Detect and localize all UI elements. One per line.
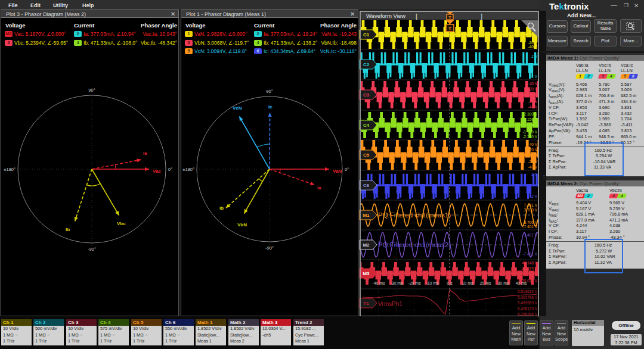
svg-text:20 V: 20 V <box>530 148 538 152</box>
svg-text:40 V: 40 V <box>530 142 538 147</box>
svg-text:2.300 V: 2.300 V <box>524 112 538 116</box>
svg-text:T: T <box>448 25 452 32</box>
svg-text:M2: M2 <box>363 242 370 248</box>
svg-text:-20.074 V: -20.074 V <box>521 279 538 283</box>
svg-text:2 V: 2 V <box>531 172 537 176</box>
svg-text:-1.150 V: -1.150 V <box>522 130 537 134</box>
svg-text:2 V: 2 V <box>531 54 537 58</box>
svg-text:20.074 V: 20.074 V <box>522 266 538 270</box>
svg-text:-7.401 V: -7.401 V <box>522 252 537 256</box>
svg-text:M3: M3 <box>363 271 370 276</box>
svg-text:3.700 V: 3.700 V <box>524 208 538 212</box>
svg-text:C6: C6 <box>363 183 370 188</box>
svg-text:C1: C1 <box>363 32 370 38</box>
svg-text:M1: M1 <box>363 213 370 218</box>
svg-text:-40 ms: -40 ms <box>372 281 385 285</box>
svg-text:T: T <box>448 15 451 20</box>
svg-text:]: ] <box>481 13 482 20</box>
svg-text:-2 V: -2 V <box>530 74 538 79</box>
svg-text:[: [ <box>416 13 417 20</box>
svg-text:C3: C3 <box>363 92 370 98</box>
svg-text:C5: C5 <box>363 152 370 158</box>
svg-text:-40 V: -40 V <box>528 45 537 49</box>
svg-text:-10 ms: -10 ms <box>426 281 439 285</box>
svg-text:5.401796 V: 5.401796 V <box>518 295 538 300</box>
svg-text:-2 V: -2 V <box>530 194 538 198</box>
svg-text:C4: C4 <box>363 123 370 128</box>
svg-text:5.296286 V: 5.296286 V <box>518 312 538 316</box>
svg-text:1.150 V: 1.150 V <box>524 117 538 121</box>
svg-text:-40 V: -40 V <box>528 165 537 169</box>
svg-text:-20 V: -20 V <box>528 160 537 164</box>
svg-text:7.401 V: 7.401 V <box>524 233 538 237</box>
svg-text:7.401 V: 7.401 V <box>524 203 538 207</box>
svg-text:Waveform View: Waveform View <box>366 13 405 19</box>
svg-text:5.513632 V: 5.513632 V <box>518 289 538 294</box>
svg-text:-20 V: -20 V <box>528 40 537 45</box>
svg-text:20 ms: 20 ms <box>479 281 491 285</box>
svg-text:-20 V: -20 V <box>528 99 537 104</box>
svg-text:5.428123 V: 5.428123 V <box>518 307 538 311</box>
svg-text:5.459959 V: 5.459959 V <box>518 301 538 305</box>
svg-text:40 V: 40 V <box>530 82 538 86</box>
svg-text:⋮: ⋮ <box>541 174 546 180</box>
svg-text:-7.401 V: -7.401 V <box>522 225 537 229</box>
svg-text:30 ms: 30 ms <box>497 281 509 285</box>
svg-text:-3.700 V: -3.700 V <box>522 220 537 225</box>
svg-text:10 ms: 10 ms <box>462 281 473 285</box>
svg-text:-20 ms: -20 ms <box>408 281 421 285</box>
svg-text:-2.300 V: -2.300 V <box>522 135 537 139</box>
svg-text:C2: C2 <box>363 62 370 67</box>
svg-text:PQ:Filtered ch1(meas2): PQ:Filtered ch1(meas2) <box>378 241 451 248</box>
svg-text:-30 ms: -30 ms <box>390 281 403 285</box>
svg-text:T1: T1 <box>363 301 369 306</box>
svg-text:40.148 V: 40.148 V <box>522 261 538 265</box>
svg-text:-40 V: -40 V <box>528 105 537 109</box>
svg-text:20 V: 20 V <box>530 87 538 91</box>
svg-text:PQ:Filtered ch1(meas1): PQ:Filtered ch1(meas1) <box>378 211 451 219</box>
svg-text:VrmsPh1: VrmsPh1 <box>378 301 402 307</box>
